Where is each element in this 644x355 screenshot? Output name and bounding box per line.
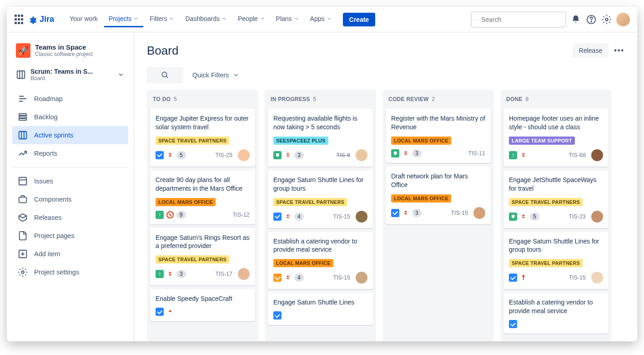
issue-card[interactable]: Engage Saturn Shuttle Lines bbox=[268, 293, 373, 325]
search-box[interactable] bbox=[471, 11, 566, 28]
story-points-badge: 3 bbox=[294, 151, 304, 159]
epic-badge: LOCAL MARS OFFICE bbox=[273, 259, 333, 267]
issue-card[interactable]: Register with the Mars Ministry of Reven… bbox=[386, 109, 491, 163]
assignee-avatar[interactable] bbox=[238, 268, 250, 280]
backlog-icon bbox=[18, 112, 28, 122]
sidebar-item-label: Backlog bbox=[34, 113, 58, 121]
priority-highest-icon bbox=[166, 152, 174, 159]
search-input[interactable] bbox=[481, 16, 561, 23]
project-pages-icon bbox=[18, 231, 28, 241]
sidebar-item-backlog[interactable]: Backlog bbox=[12, 108, 128, 126]
chevron-down-icon bbox=[169, 16, 174, 21]
project-settings-icon bbox=[18, 267, 28, 277]
issue-type-task-icon bbox=[273, 311, 282, 320]
sidebar-item-issues[interactable]: Issues bbox=[12, 172, 128, 190]
issue-card[interactable]: Engage Saturn's Rings Resort as a prefer… bbox=[150, 228, 255, 286]
issue-type-task-icon bbox=[509, 320, 517, 328]
project-header[interactable]: 🚀 Teams in Space Classic software projec… bbox=[12, 41, 128, 60]
issue-card[interactable]: Draft network plan for Mars OfficeLOCAL … bbox=[386, 167, 491, 224]
nav-item-dashboards[interactable]: Dashboards bbox=[181, 11, 231, 27]
product-name: Jira bbox=[40, 15, 54, 24]
issue-card[interactable]: Engage Jupiter Express for outer solar s… bbox=[150, 109, 255, 167]
board-search-button[interactable] bbox=[147, 67, 183, 83]
sidebar-item-components[interactable]: Components bbox=[12, 190, 128, 208]
sidebar-item-add-item[interactable]: Add item bbox=[12, 245, 128, 263]
column-count: 2 bbox=[432, 96, 435, 102]
svg-rect-11 bbox=[19, 132, 27, 139]
board-selector-title: Scrum: Teams in S... bbox=[30, 68, 93, 75]
assignee-avatar[interactable] bbox=[356, 149, 367, 161]
nav-item-apps[interactable]: Apps bbox=[306, 11, 337, 27]
story-points-badge: 5 bbox=[530, 213, 539, 221]
assignee-avatar[interactable] bbox=[591, 272, 603, 284]
priority-highest-icon bbox=[284, 152, 292, 159]
priority-high-icon bbox=[166, 308, 174, 315]
epic-badge: SEESPACEEZ PLUS bbox=[273, 137, 328, 145]
assignee-avatar[interactable] bbox=[238, 149, 250, 161]
sidebar-item-reports[interactable]: Reports bbox=[12, 144, 128, 162]
project-subtitle: Classic software project bbox=[35, 51, 93, 57]
roadmap-icon bbox=[18, 94, 28, 104]
sidebar-item-label: Releases bbox=[34, 214, 61, 221]
issue-type-sub-icon bbox=[273, 274, 282, 282]
card-title: Homepage footer uses an inline style - s… bbox=[509, 114, 603, 132]
create-button[interactable]: Create bbox=[343, 13, 376, 26]
sidebar-item-project-settings[interactable]: Project settings bbox=[12, 263, 128, 281]
chevron-down-icon bbox=[117, 71, 125, 78]
issue-key: TIS-17 bbox=[215, 271, 232, 277]
jira-logo[interactable]: Jira bbox=[29, 15, 54, 24]
issue-card[interactable]: Engage JetShuttle SpaceWays for travelSP… bbox=[503, 170, 609, 228]
more-menu-icon[interactable]: ••• bbox=[614, 46, 624, 55]
nav-item-projects[interactable]: Projects bbox=[104, 11, 144, 27]
sidebar-item-project-pages[interactable]: Project pages bbox=[12, 227, 128, 245]
issue-card[interactable]: Enable Speedy SpaceCraft bbox=[150, 289, 255, 321]
story-points-badge: 4 bbox=[294, 213, 304, 221]
issue-card[interactable]: Requesting available flights is now taki… bbox=[268, 109, 373, 167]
issue-card[interactable]: Engage Saturn Shuttle Lines for group to… bbox=[268, 170, 373, 228]
settings-icon[interactable] bbox=[601, 14, 613, 25]
svg-rect-5 bbox=[17, 71, 25, 79]
issue-card[interactable]: Create 90 day plans for all departments … bbox=[150, 170, 255, 224]
sidebar-item-releases[interactable]: Releases bbox=[12, 208, 128, 227]
nav-item-people[interactable]: People bbox=[233, 11, 270, 27]
nav-item-plans[interactable]: Plans bbox=[272, 11, 304, 27]
board-selector[interactable]: Scrum: Teams in S... Board bbox=[12, 64, 128, 85]
chevron-down-icon bbox=[327, 16, 332, 21]
sidebar-item-roadmap[interactable]: Roadmap bbox=[12, 90, 128, 108]
sidebar-item-active-sprints[interactable]: Active sprints bbox=[12, 126, 128, 144]
svg-rect-10 bbox=[19, 119, 27, 121]
release-button[interactable]: Release bbox=[573, 43, 609, 58]
priority-highest-icon bbox=[284, 274, 292, 281]
assignee-avatar[interactable] bbox=[356, 211, 367, 223]
svg-point-21 bbox=[162, 72, 167, 77]
issue-card[interactable]: Engage Saturn Shuttle Lines for group to… bbox=[503, 232, 609, 289]
sidebar-item-label: Reports bbox=[34, 150, 57, 157]
nav-item-your-work[interactable]: Your work bbox=[65, 11, 102, 27]
issue-key: TIS-23 bbox=[569, 213, 586, 220]
app-switcher-icon[interactable] bbox=[14, 14, 25, 25]
assignee-avatar[interactable] bbox=[591, 211, 603, 223]
sidebar-item-label: Components bbox=[34, 196, 71, 203]
assignee-avatar[interactable] bbox=[356, 272, 367, 284]
active-sprints-icon bbox=[18, 130, 28, 140]
column-header: CODE REVIEW 2 bbox=[386, 94, 491, 105]
issue-card[interactable]: Establish a catering vendor to provide m… bbox=[268, 232, 373, 289]
column-count: 5 bbox=[174, 96, 177, 102]
assignee-avatar[interactable] bbox=[591, 149, 603, 161]
profile-avatar[interactable] bbox=[616, 13, 630, 26]
priority-medium-icon bbox=[520, 274, 527, 281]
svg-line-1 bbox=[477, 20, 478, 20]
issue-card[interactable]: Establish a catering vendor to provide m… bbox=[503, 293, 609, 334]
quick-filters-dropdown[interactable]: Quick Filters bbox=[192, 71, 239, 79]
sidebar-divider bbox=[12, 167, 128, 167]
help-icon[interactable] bbox=[585, 14, 597, 25]
assignee-avatar[interactable] bbox=[473, 207, 485, 219]
epic-badge: LARGE TEAM SUPPORT bbox=[509, 137, 575, 145]
notifications-icon[interactable] bbox=[570, 14, 582, 25]
issue-key: TIS-15 bbox=[333, 274, 350, 281]
nav-item-filters[interactable]: Filters bbox=[145, 11, 179, 27]
issue-card[interactable]: Homepage footer uses an inline style - s… bbox=[503, 109, 609, 167]
issue-key: TIS-68 bbox=[569, 152, 586, 158]
issue-key: TIS-12 bbox=[232, 212, 250, 218]
card-title: Requesting available flights is now taki… bbox=[273, 114, 367, 132]
